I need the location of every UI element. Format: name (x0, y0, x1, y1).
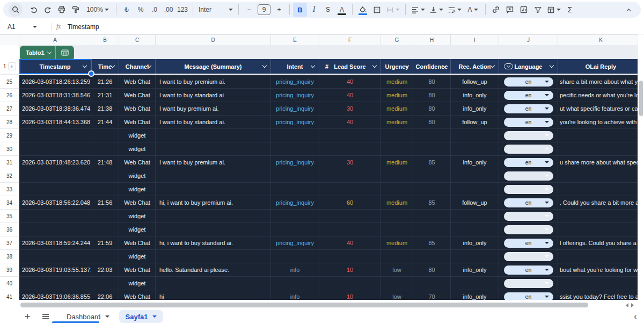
cell-olai-reply[interactable] (558, 129, 638, 142)
horizontal-align-button[interactable] (409, 3, 427, 17)
cell-lead-score[interactable] (319, 250, 381, 263)
insert-comment-icon[interactable] (503, 3, 517, 17)
cell-message[interactable]: I want buy premium ai. (156, 102, 271, 116)
cell-lead-score[interactable]: 40 (319, 89, 381, 102)
cell-olai-reply[interactable]: pecific needs or what you're look (558, 89, 638, 102)
language-dropdown[interactable]: en (504, 91, 553, 100)
row-number[interactable]: 27 (0, 102, 19, 116)
cell-time[interactable] (91, 142, 119, 156)
cell-timestamp[interactable] (19, 277, 91, 290)
cell-intent[interactable]: pricing_inquiry (271, 89, 319, 102)
language-dropdown[interactable] (504, 279, 553, 288)
paint-format-icon[interactable] (69, 3, 83, 17)
cell-intent[interactable] (271, 250, 319, 263)
cell-message[interactable] (156, 183, 271, 196)
row-number[interactable]: 31 (0, 156, 19, 169)
fill-color-button[interactable] (356, 3, 370, 17)
cell-confidence[interactable]: 85 (413, 236, 451, 250)
cell-intent[interactable] (271, 142, 319, 156)
cell-language[interactable] (499, 169, 558, 183)
cell-rec-action[interactable]: follow_up (451, 196, 499, 210)
cell-timestamp[interactable] (19, 250, 91, 263)
cell-confidence[interactable] (413, 183, 451, 196)
cell-urgency[interactable]: medium (381, 116, 413, 129)
filter-chevron-icon[interactable] (550, 63, 554, 68)
cell-olai-reply[interactable]: share a bit more about what you (558, 75, 638, 89)
cell-rec-action[interactable] (451, 169, 499, 183)
column-header-F[interactable]: F (319, 35, 381, 46)
cell-rec-action[interactable]: follow_up (451, 116, 499, 129)
cell-olai-reply[interactable] (558, 277, 638, 290)
cell-olai-reply[interactable] (558, 250, 638, 263)
italic-button[interactable]: I (307, 3, 321, 17)
cell-language[interactable]: en (499, 89, 558, 102)
cell-urgency[interactable]: medium (381, 196, 413, 210)
decrease-decimals-button[interactable]: .0 (148, 3, 162, 17)
cell-language[interactable]: en (499, 116, 558, 129)
cell-language[interactable] (499, 210, 558, 223)
cell-urgency[interactable] (381, 183, 413, 196)
font-size-input[interactable]: 9 (258, 4, 270, 15)
language-dropdown[interactable] (504, 225, 553, 234)
cell-timestamp[interactable]: 2026-03-03T18:48:23.620 (19, 156, 91, 169)
cell-channel[interactable]: Web Chat (119, 263, 156, 277)
column-header-G[interactable]: G (381, 35, 413, 46)
cell-intent[interactable]: pricing_inquiry (271, 116, 319, 129)
header-intent[interactable]: Intent (271, 59, 319, 74)
row-number[interactable]: 35 (0, 210, 19, 223)
cell-channel[interactable]: Web Chat (119, 89, 156, 102)
cell-timestamp[interactable] (19, 142, 91, 156)
header-rec-action[interactable]: Rec. Action (451, 59, 499, 74)
cell-language[interactable] (499, 142, 558, 156)
cell-message[interactable]: I want to buy standard ai. (156, 116, 271, 129)
header-channel[interactable]: Channel (119, 59, 156, 74)
undo-icon[interactable] (27, 3, 41, 17)
cell-urgency[interactable]: medium (381, 102, 413, 116)
cell-lead-score[interactable] (319, 142, 381, 156)
cell-time[interactable] (91, 169, 119, 183)
cell-message[interactable] (156, 223, 271, 236)
cell-time[interactable]: 21:38 (91, 102, 119, 116)
cell-channel[interactable]: widget (119, 210, 156, 223)
cell-olai-reply[interactable]: u share more about what specif (558, 156, 638, 169)
row-number[interactable]: 37 (0, 236, 19, 250)
row-number[interactable]: 39 (0, 263, 19, 277)
cell-message[interactable]: I want to buy standard ai (156, 89, 271, 102)
cell-timestamp[interactable] (19, 210, 91, 223)
row-number[interactable]: 34 (0, 196, 19, 210)
row-number[interactable]: 41 (0, 290, 19, 300)
language-dropdown[interactable]: en (504, 118, 553, 127)
increase-font-size-button[interactable]: + (272, 3, 286, 17)
cell-olai-reply[interactable] (558, 142, 638, 156)
filter-icon[interactable] (531, 3, 545, 17)
row-number[interactable]: 30 (0, 142, 19, 156)
filter-chevron-icon[interactable] (491, 63, 495, 68)
text-color-button[interactable]: A (335, 3, 349, 17)
cell-channel[interactable]: widget (119, 129, 156, 142)
text-rotation-button[interactable]: A (464, 3, 482, 17)
cell-time[interactable] (91, 210, 119, 223)
cell-confidence[interactable]: 80 (413, 263, 451, 277)
cell-timestamp[interactable] (19, 169, 91, 183)
cell-language[interactable] (499, 277, 558, 290)
cell-language[interactable] (499, 129, 558, 142)
vertical-align-button[interactable] (427, 3, 445, 17)
header-time[interactable]: Time (91, 59, 119, 74)
cell-lead-score[interactable] (319, 223, 381, 236)
cell-timestamp[interactable]: 2026-03-03T19:03:55.1372 (19, 263, 91, 277)
cell-time[interactable] (91, 250, 119, 263)
cell-olai-reply[interactable]: bout what you're looking for with (558, 263, 638, 277)
cell-lead-score[interactable]: 40 (319, 236, 381, 250)
cell-urgency[interactable]: medium (381, 156, 413, 169)
cell-confidence[interactable]: 80 (413, 75, 451, 89)
cell-language[interactable]: en (499, 156, 558, 169)
cell-language[interactable]: en (499, 290, 558, 300)
cell-channel[interactable]: widget (119, 142, 156, 156)
cell-confidence[interactable]: 80 (413, 89, 451, 102)
language-dropdown[interactable]: en (504, 198, 553, 207)
cell-intent[interactable]: pricing_inquiry (271, 196, 319, 210)
cell-language[interactable]: en (499, 102, 558, 116)
cell-channel[interactable]: widget (119, 223, 156, 236)
language-dropdown[interactable]: en (504, 292, 553, 300)
cell-time[interactable] (91, 183, 119, 196)
